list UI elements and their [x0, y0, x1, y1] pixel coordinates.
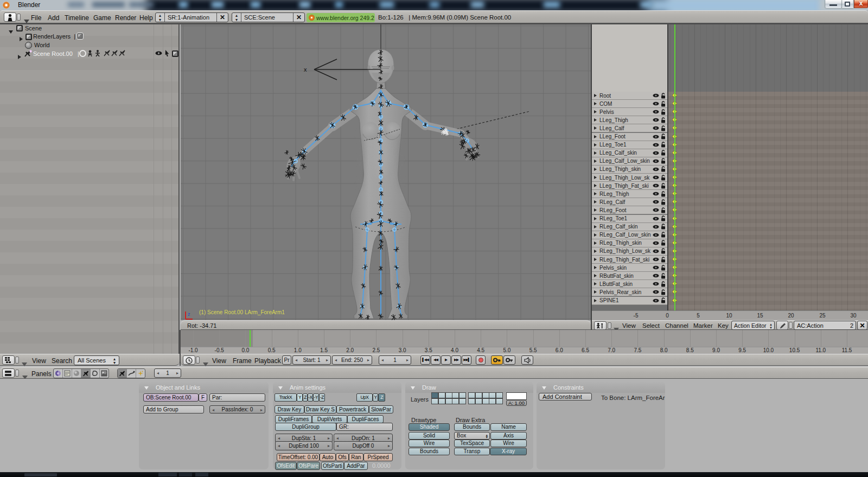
- svg-text:x: x: [304, 66, 307, 73]
- svg-text:z: z: [188, 311, 190, 317]
